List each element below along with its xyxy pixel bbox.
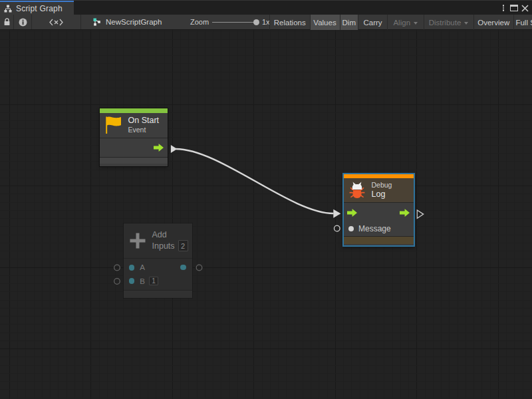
- maximize-button[interactable]: [510, 1, 521, 15]
- node-title: Add: [152, 230, 188, 240]
- distribute-dropdown[interactable]: Distribute: [424, 15, 473, 30]
- node-footer: [124, 290, 192, 298]
- zoom-slider-knob[interactable]: [253, 19, 259, 25]
- control-output-port[interactable]: [400, 209, 410, 217]
- window-menu-button[interactable]: [499, 1, 507, 15]
- values-button[interactable]: Values: [310, 15, 340, 30]
- maximize-icon: [510, 5, 518, 12]
- message-value-port[interactable]: [348, 226, 354, 231]
- node-footer: [100, 157, 168, 164]
- dim-button[interactable]: Dim: [340, 15, 358, 30]
- code-view-button[interactable]: [32, 15, 81, 29]
- relations-button[interactable]: Relations: [269, 15, 310, 30]
- graph-asset-selector[interactable]: NewScriptGraph: [92, 15, 162, 29]
- node-on-start[interactable]: On Start Event: [100, 108, 168, 166]
- lock-icon: [3, 18, 11, 26]
- script-graph-window: Script Graph: [0, 0, 532, 399]
- close-button[interactable]: [521, 1, 531, 15]
- align-dropdown[interactable]: Align: [387, 15, 424, 30]
- input-a-label: A: [140, 263, 145, 271]
- zoom-slider-track[interactable]: [212, 22, 255, 23]
- message-port-label: Message: [358, 224, 391, 233]
- node-title: On Start: [128, 116, 160, 126]
- node-debug-log[interactable]: Debug Log Message: [342, 173, 415, 247]
- plus-icon: [129, 232, 146, 249]
- close-icon: [521, 5, 529, 12]
- flag-icon: [105, 116, 122, 134]
- input-b-label: B: [140, 277, 145, 285]
- graph-canvas[interactable]: On Start Event: [0, 30, 532, 399]
- node-footer: [344, 236, 414, 244]
- grid-and-wires-layer: [0, 30, 532, 399]
- overview-button[interactable]: Overview: [473, 15, 514, 30]
- inputs-count-field[interactable]: 2: [178, 240, 188, 251]
- graph-hierarchy-icon: [4, 5, 12, 13]
- tab-title: Script Graph: [16, 4, 63, 13]
- bug-icon: [348, 181, 366, 200]
- tab-script-graph[interactable]: Script Graph: [0, 1, 74, 15]
- zoom-label: Zoom: [190, 15, 209, 29]
- tab-bar: Script Graph: [0, 0, 532, 15]
- input-b-port[interactable]: [129, 278, 135, 284]
- lock-button[interactable]: [0, 15, 14, 29]
- fullscreen-button[interactable]: Full Screen: [513, 15, 532, 30]
- graph-asset-icon: [92, 17, 102, 27]
- info-button[interactable]: [14, 15, 32, 29]
- info-icon: [19, 18, 27, 27]
- control-output-port[interactable]: [154, 144, 164, 152]
- control-connection-wire[interactable]: [176, 149, 334, 213]
- toolbar-button-row: Relations Values Dim Carry Align Distrib…: [269, 15, 532, 30]
- graph-name-label: NewScriptGraph: [106, 18, 162, 26]
- debug-output-outer-port[interactable]: [417, 210, 423, 219]
- control-input-port[interactable]: [347, 209, 357, 217]
- node-subtitle: Event: [128, 126, 160, 134]
- carry-button[interactable]: Carry: [358, 15, 387, 30]
- wire-source-triangle: [171, 145, 177, 153]
- kebab-icon: [503, 5, 505, 7]
- node-title: Log: [372, 190, 392, 200]
- input-b-value-field[interactable]: 1: [149, 277, 158, 285]
- node-surtitle: Debug: [372, 181, 392, 190]
- graph-toolbar: NewScriptGraph Zoom 1x Relations Values …: [0, 15, 532, 30]
- caret-down-icon: [414, 22, 418, 25]
- input-a-port[interactable]: [129, 265, 135, 271]
- inputs-label: Inputs: [152, 241, 175, 251]
- code-icon: [49, 19, 63, 26]
- sum-output-port[interactable]: [180, 265, 186, 271]
- zoom-value: 1x: [262, 15, 270, 29]
- caret-down-icon: [464, 22, 468, 25]
- node-add[interactable]: Add Inputs 2 A B 1: [124, 223, 192, 298]
